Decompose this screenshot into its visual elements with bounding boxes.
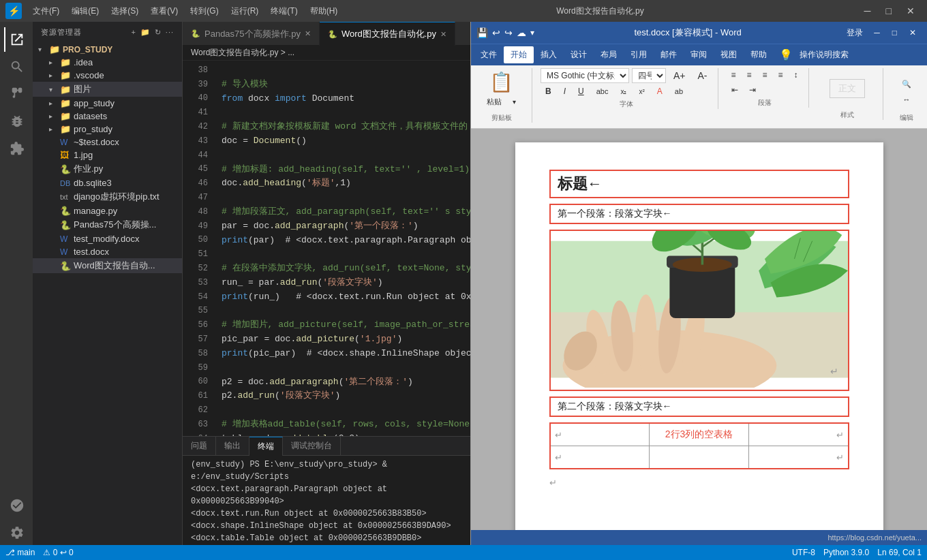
align-right-btn[interactable]: ≡ bbox=[758, 68, 772, 82]
activity-explorer[interactable] bbox=[4, 27, 29, 52]
subscript-btn[interactable]: x₂ bbox=[616, 86, 631, 97]
activity-search[interactable] bbox=[4, 55, 29, 79]
menu-terminal[interactable]: 终端(T) bbox=[265, 4, 303, 18]
styles-gallery[interactable]: 正文 bbox=[830, 79, 865, 98]
activity-settings[interactable] bbox=[4, 520, 29, 545]
tree-item-idea[interactable]: ▸ 📁 .idea bbox=[33, 56, 182, 69]
tab-close-word-auto[interactable]: ✕ bbox=[440, 30, 446, 39]
replace-btn[interactable]: ↔ bbox=[898, 93, 915, 106]
python-version[interactable]: Python 3.9.0 bbox=[823, 548, 869, 557]
tab-close-pandas[interactable]: ✕ bbox=[305, 29, 311, 38]
word-menu-review[interactable]: 审阅 bbox=[684, 46, 714, 63]
superscript-btn[interactable]: x² bbox=[634, 86, 649, 97]
more-icon[interactable]: ··· bbox=[166, 28, 174, 37]
panel-tab-problems[interactable]: 问题 bbox=[183, 437, 216, 456]
align-center-btn[interactable]: ≡ bbox=[742, 68, 757, 82]
word-menu-home[interactable]: 开始 bbox=[504, 46, 534, 63]
tree-item-test-modify[interactable]: W test_modify.docx bbox=[33, 232, 182, 245]
line-spacing-btn[interactable]: ↕ bbox=[789, 68, 803, 82]
paste-main-btn[interactable]: 粘贴 bbox=[482, 95, 506, 109]
word-menu-references[interactable]: 引用 bbox=[624, 46, 654, 63]
italic-btn[interactable]: I bbox=[559, 84, 571, 98]
refresh-icon[interactable]: ↻ bbox=[155, 28, 162, 37]
word-title-bar: 💾 ↩ ↪ ☁ ▾ test.docx [兼容模式] - Word 登录 ─ □… bbox=[471, 22, 927, 44]
underline-btn[interactable]: U bbox=[573, 84, 589, 98]
panel-tab-output[interactable]: 输出 bbox=[216, 437, 249, 456]
strikethrough-btn[interactable]: abc bbox=[592, 85, 613, 97]
menu-file[interactable]: 文件(F) bbox=[27, 4, 65, 18]
tree-item-django[interactable]: txt django虚拟环境pip.txt bbox=[33, 189, 182, 204]
word-menu-layout[interactable]: 布局 bbox=[594, 46, 624, 63]
indent-increase-btn[interactable]: ⇥ bbox=[744, 83, 761, 97]
tree-item-test-tmp[interactable]: W ~$test.docx bbox=[33, 136, 182, 149]
tree-item-pro-study[interactable]: ▸ 📁 pro_study bbox=[33, 123, 182, 136]
word-menu-file[interactable]: 文件 bbox=[474, 46, 504, 63]
sidebar-header-icons[interactable]: + 📁 ↻ ··· bbox=[131, 28, 174, 37]
font-grow-btn[interactable]: A+ bbox=[669, 68, 690, 83]
tree-item-1jpg[interactable]: 🖼 1.jpg bbox=[33, 149, 182, 161]
font-shrink-btn[interactable]: A- bbox=[693, 68, 712, 83]
tree-item-pandas[interactable]: 🐍 Pandas75个高频操... bbox=[33, 217, 182, 232]
minimize-btn[interactable]: ─ bbox=[857, 5, 878, 16]
tree-item-sqlite[interactable]: DB db.sqlite3 bbox=[33, 176, 182, 189]
activity-extensions[interactable] bbox=[4, 136, 29, 161]
word-doc-area: 标题← 第一个段落：段落文字块← bbox=[471, 129, 927, 530]
panel-tab-debug[interactable]: 调试控制台 bbox=[283, 437, 341, 456]
tree-item-zuoye[interactable]: 🐍 作业.py bbox=[33, 161, 182, 176]
tree-item-datasets[interactable]: ▸ 📁 datasets bbox=[33, 110, 182, 123]
tab-pandas[interactable]: 🐍 Pandas75个高频操作.py ✕ bbox=[183, 22, 320, 46]
word-menu-help[interactable]: 帮助 bbox=[744, 46, 774, 63]
word-operation-search[interactable]: 操作说明搜索 bbox=[793, 46, 855, 63]
font-size-select[interactable]: 四号 bbox=[632, 68, 666, 83]
word-minimize-btn[interactable]: ─ bbox=[868, 28, 885, 37]
terminal-content[interactable]: (env_study) PS E:\env_study\pro_study> &… bbox=[183, 456, 470, 545]
maximize-btn[interactable]: □ bbox=[879, 5, 898, 16]
word-menu-mail[interactable]: 邮件 bbox=[654, 46, 684, 63]
font-name-select[interactable]: MS Gothic (中文标题) bbox=[541, 68, 629, 83]
encoding[interactable]: UTF-8 bbox=[792, 548, 815, 557]
error-count[interactable]: ⚠ 0 ↩ 0 bbox=[43, 548, 73, 557]
justify-btn[interactable]: ≡ bbox=[774, 68, 788, 82]
tree-item-images[interactable]: ▾ 📁 图片 bbox=[33, 82, 182, 97]
word-login-btn[interactable]: 登录 bbox=[841, 26, 868, 40]
menu-help[interactable]: 帮助(H) bbox=[305, 4, 344, 18]
word-help-icon[interactable]: 💡 bbox=[779, 48, 793, 61]
git-branch[interactable]: ⎇ main bbox=[5, 548, 35, 557]
tab-word-auto[interactable]: 🐍 Word图文报告自动化.py ✕ bbox=[320, 22, 455, 46]
activity-source-control[interactable] bbox=[4, 82, 29, 106]
word-menu-view[interactable]: 视图 bbox=[714, 46, 744, 63]
close-btn[interactable]: ✕ bbox=[900, 5, 922, 16]
menu-view[interactable]: 查看(V) bbox=[145, 4, 183, 18]
activity-remote[interactable] bbox=[4, 493, 29, 518]
new-file-icon[interactable]: + bbox=[131, 28, 136, 37]
bold-btn[interactable]: B bbox=[541, 84, 556, 98]
tree-item-test-docx[interactable]: W test.docx bbox=[33, 245, 182, 258]
new-folder-icon[interactable]: 📁 bbox=[140, 28, 151, 37]
activity-debug[interactable] bbox=[4, 109, 29, 134]
paste-btn[interactable]: 📋 bbox=[489, 71, 513, 93]
word-close-btn[interactable]: ✕ bbox=[904, 28, 922, 37]
tree-item-manage[interactable]: 🐍 manage.py bbox=[33, 204, 182, 217]
word-ribbon: 📋 粘贴 ▾ 剪贴板 MS Gothic (中文标题) bbox=[471, 65, 927, 129]
project-root[interactable]: ▾ 📁 PRO_STUDY bbox=[33, 43, 182, 56]
paste-arrow-btn[interactable]: ▾ bbox=[508, 95, 521, 109]
word-maximize-btn[interactable]: □ bbox=[887, 28, 902, 37]
menu-run[interactable]: 运行(R) bbox=[226, 4, 264, 18]
menu-go[interactable]: 转到(G) bbox=[185, 4, 224, 18]
font-color-btn[interactable]: A bbox=[652, 84, 667, 98]
code-content[interactable]: # 导入模块from docx import Document # 新建文档对象… bbox=[213, 61, 470, 436]
tree-item-word-auto[interactable]: 🐍 Word图文报告自动... bbox=[33, 258, 182, 273]
word-menu-design[interactable]: 设计 bbox=[564, 46, 594, 63]
word-menu-insert[interactable]: 插入 bbox=[534, 46, 564, 63]
indent-decrease-btn[interactable]: ⇤ bbox=[727, 83, 743, 97]
tree-item-app-study[interactable]: ▸ 📁 app_study bbox=[33, 97, 182, 110]
ribbon-editing: 🔍 ↔ 编辑 bbox=[892, 68, 922, 125]
code-line-39: # 导入模块 bbox=[222, 78, 470, 92]
panel-tab-terminal[interactable]: 终端 bbox=[249, 437, 283, 456]
find-btn[interactable]: 🔍 bbox=[897, 78, 916, 91]
tree-item-vscode[interactable]: ▸ 📁 .vscode bbox=[33, 69, 182, 82]
menu-select[interactable]: 选择(S) bbox=[106, 4, 144, 18]
highlight-btn[interactable]: ab bbox=[670, 85, 688, 97]
menu-edit[interactable]: 编辑(E) bbox=[66, 4, 104, 18]
align-left-btn[interactable]: ≡ bbox=[727, 68, 741, 82]
